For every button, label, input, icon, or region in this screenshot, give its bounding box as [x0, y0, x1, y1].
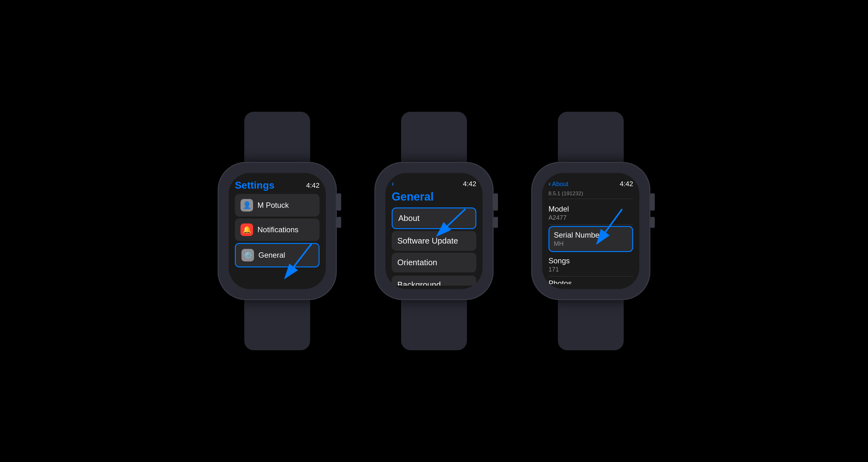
- menu-item-about[interactable]: About: [392, 207, 476, 229]
- detail-songs: Songs 171: [549, 253, 633, 277]
- watch-screen-2: ‹ 4:42 General About Software Update: [385, 173, 483, 289]
- software-update-label: Software Update: [397, 236, 458, 246]
- orientation-label: Orientation: [397, 258, 437, 267]
- detail-photos-partial: Photos: [549, 277, 633, 284]
- status-bar-1: Settings 4:42: [235, 180, 319, 191]
- photos-label: Photos: [549, 279, 633, 284]
- watch-body-3: ‹ About 4:42 8.5.1 (191232) Model A2477 …: [531, 162, 650, 300]
- band-top-3: [558, 112, 624, 162]
- band-top-1: [244, 112, 310, 162]
- back-button-2[interactable]: ‹: [392, 180, 394, 188]
- watch3-time: 4:42: [620, 180, 633, 188]
- watch-crown-3: [650, 193, 655, 211]
- watch-side-btn-3: [650, 217, 655, 228]
- detail-serial[interactable]: Serial Number MH: [549, 226, 633, 252]
- watch1-time: 4:42: [306, 181, 319, 190]
- back-header-2: ‹ 4:42: [392, 180, 476, 188]
- menu-item-mpotuck[interactable]: 👤 M Potuck: [235, 194, 319, 216]
- detail-model: Model A2477: [549, 202, 633, 225]
- band-top-2: [401, 112, 467, 162]
- mpotuck-label: M Potuck: [257, 201, 289, 210]
- general-icon: ⚙️: [242, 249, 254, 261]
- band-bottom-3: [558, 300, 624, 350]
- watch-body-1: Settings 4:42 👤 M Potuck 🔔 Notifications: [218, 162, 337, 300]
- watch-crown-2: [494, 193, 498, 211]
- watch-3: ‹ About 4:42 8.5.1 (191232) Model A2477 …: [531, 112, 650, 350]
- background-label: Background: [397, 280, 441, 286]
- watch2-menu: About Software Update Orientation Backgr…: [392, 207, 476, 286]
- watch-1: Settings 4:42 👤 M Potuck 🔔 Notifications: [218, 112, 337, 350]
- general-label: General: [258, 251, 285, 260]
- band-bottom-1: [244, 300, 310, 350]
- serial-value: MH: [554, 240, 628, 247]
- back-header-3: ‹ About 4:42: [549, 180, 633, 188]
- back-button-3[interactable]: ‹ About: [549, 180, 568, 188]
- about-label: About: [398, 213, 420, 223]
- settings-title: Settings: [235, 180, 274, 191]
- notifications-label: Notifications: [257, 225, 299, 234]
- serial-label: Serial Number: [554, 231, 628, 239]
- watch-screen-1: Settings 4:42 👤 M Potuck 🔔 Notifications: [228, 173, 326, 289]
- songs-value: 171: [549, 266, 633, 273]
- watch-crown-1: [337, 193, 341, 211]
- user-icon: 👤: [241, 199, 253, 211]
- watch-screen-3: ‹ About 4:42 8.5.1 (191232) Model A2477 …: [542, 173, 640, 289]
- watch-body-2: ‹ 4:42 General About Software Update: [374, 162, 494, 300]
- watch-side-btn-1: [337, 217, 341, 228]
- songs-label: Songs: [549, 256, 633, 265]
- watch2-time: 4:42: [463, 180, 476, 188]
- notifications-icon: 🔔: [241, 224, 253, 236]
- watch-2: ‹ 4:42 General About Software Update: [374, 112, 494, 350]
- back-label-3: About: [552, 180, 568, 188]
- general-page-title: General: [392, 191, 476, 203]
- menu-item-general[interactable]: ⚙️ General: [235, 243, 319, 267]
- model-label: Model: [549, 205, 633, 213]
- menu-item-orientation[interactable]: Orientation: [392, 253, 476, 272]
- menu-item-background-partial[interactable]: Background: [392, 276, 476, 286]
- watch-side-btn-2: [494, 217, 498, 228]
- menu-item-software-update[interactable]: Software Update: [392, 231, 476, 251]
- band-bottom-2: [401, 300, 467, 350]
- version-text: 8.5.1 (191232): [549, 191, 583, 197]
- watch1-menu: 👤 M Potuck 🔔 Notifications ⚙️ General: [235, 194, 319, 284]
- model-value: A2477: [549, 214, 633, 221]
- menu-item-notifications[interactable]: 🔔 Notifications: [235, 219, 319, 241]
